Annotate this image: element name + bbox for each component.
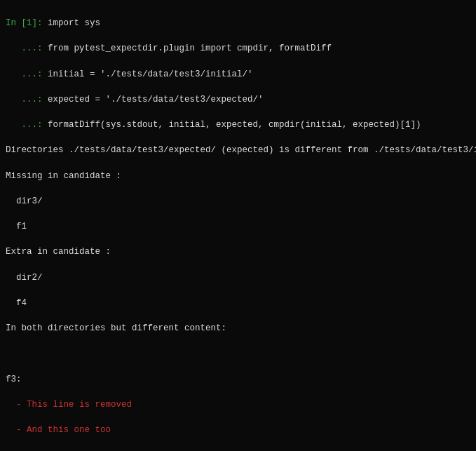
terminal-output: In [1]: import sys ...: from pytest_expe… xyxy=(6,4,470,451)
line-missing-header: Missing in candidate : xyxy=(6,170,470,182)
line-3: ...: initial = './tests/data/test3/initi… xyxy=(6,68,470,81)
prompt-marker: In [1]: xyxy=(6,18,48,28)
line-dir2: dir2/ xyxy=(6,271,470,284)
line-dir3: dir3/ xyxy=(6,195,470,208)
line-4: ...: expected = './tests/data/test3/expe… xyxy=(6,93,470,106)
line-dirs: Directories ./tests/data/test3/expected/… xyxy=(6,144,470,156)
line-f1: f1 xyxy=(6,220,470,233)
line-5: ...: formatDiff(sys.stdout, initial, exp… xyxy=(6,119,470,131)
line-both-header: In both directories but different conten… xyxy=(6,322,470,335)
line-f4: f4 xyxy=(6,297,470,309)
line-extra-header: Extra in candidate : xyxy=(6,245,470,258)
line-2: ...: from pytest_expectdir.plugin import… xyxy=(6,42,470,55)
line-f3-rem1: - This line is removed xyxy=(6,398,470,411)
line-f3-rem2: - And this one too xyxy=(6,424,470,436)
line-1: In [1]: import sys xyxy=(6,17,470,29)
line-blank-1 xyxy=(6,347,470,360)
line-f3-header: f3: xyxy=(6,373,470,386)
code-text: import sys xyxy=(48,18,100,28)
